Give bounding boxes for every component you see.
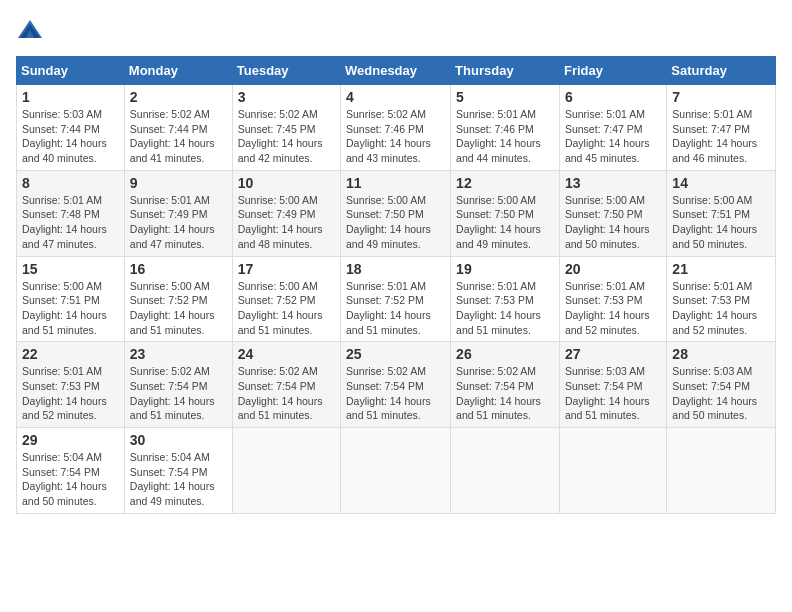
- day-info: Sunrise: 5:01 AM Sunset: 7:49 PM Dayligh…: [130, 193, 227, 252]
- logo-icon: [16, 16, 44, 44]
- weekday-header-thursday: Thursday: [451, 57, 560, 85]
- calendar-cell: 10 Sunrise: 5:00 AM Sunset: 7:49 PM Dayl…: [232, 170, 340, 256]
- day-number: 20: [565, 261, 661, 277]
- calendar-table: SundayMondayTuesdayWednesdayThursdayFrid…: [16, 56, 776, 514]
- weekday-header-friday: Friday: [559, 57, 666, 85]
- calendar-cell: 1 Sunrise: 5:03 AM Sunset: 7:44 PM Dayli…: [17, 85, 125, 171]
- day-info: Sunrise: 5:01 AM Sunset: 7:47 PM Dayligh…: [672, 107, 770, 166]
- day-number: 26: [456, 346, 554, 362]
- day-info: Sunrise: 5:00 AM Sunset: 7:49 PM Dayligh…: [238, 193, 335, 252]
- weekday-header-monday: Monday: [124, 57, 232, 85]
- day-number: 27: [565, 346, 661, 362]
- day-info: Sunrise: 5:01 AM Sunset: 7:52 PM Dayligh…: [346, 279, 445, 338]
- calendar-cell: 3 Sunrise: 5:02 AM Sunset: 7:45 PM Dayli…: [232, 85, 340, 171]
- day-number: 30: [130, 432, 227, 448]
- day-info: Sunrise: 5:00 AM Sunset: 7:50 PM Dayligh…: [346, 193, 445, 252]
- day-number: 29: [22, 432, 119, 448]
- calendar-cell: 22 Sunrise: 5:01 AM Sunset: 7:53 PM Dayl…: [17, 342, 125, 428]
- day-info: Sunrise: 5:00 AM Sunset: 7:52 PM Dayligh…: [238, 279, 335, 338]
- day-info: Sunrise: 5:04 AM Sunset: 7:54 PM Dayligh…: [130, 450, 227, 509]
- day-info: Sunrise: 5:02 AM Sunset: 7:54 PM Dayligh…: [456, 364, 554, 423]
- day-info: Sunrise: 5:00 AM Sunset: 7:52 PM Dayligh…: [130, 279, 227, 338]
- calendar-cell: 8 Sunrise: 5:01 AM Sunset: 7:48 PM Dayli…: [17, 170, 125, 256]
- day-info: Sunrise: 5:03 AM Sunset: 7:54 PM Dayligh…: [672, 364, 770, 423]
- calendar-cell: 17 Sunrise: 5:00 AM Sunset: 7:52 PM Dayl…: [232, 256, 340, 342]
- day-number: 22: [22, 346, 119, 362]
- day-info: Sunrise: 5:01 AM Sunset: 7:53 PM Dayligh…: [22, 364, 119, 423]
- day-number: 21: [672, 261, 770, 277]
- calendar-cell: [341, 428, 451, 514]
- calendar-cell: [559, 428, 666, 514]
- calendar-cell: 21 Sunrise: 5:01 AM Sunset: 7:53 PM Dayl…: [667, 256, 776, 342]
- day-info: Sunrise: 5:01 AM Sunset: 7:53 PM Dayligh…: [456, 279, 554, 338]
- day-info: Sunrise: 5:04 AM Sunset: 7:54 PM Dayligh…: [22, 450, 119, 509]
- day-number: 7: [672, 89, 770, 105]
- day-info: Sunrise: 5:01 AM Sunset: 7:53 PM Dayligh…: [672, 279, 770, 338]
- day-number: 12: [456, 175, 554, 191]
- day-info: Sunrise: 5:02 AM Sunset: 7:54 PM Dayligh…: [346, 364, 445, 423]
- calendar-cell: 15 Sunrise: 5:00 AM Sunset: 7:51 PM Dayl…: [17, 256, 125, 342]
- day-number: 17: [238, 261, 335, 277]
- day-info: Sunrise: 5:01 AM Sunset: 7:53 PM Dayligh…: [565, 279, 661, 338]
- calendar-cell: 2 Sunrise: 5:02 AM Sunset: 7:44 PM Dayli…: [124, 85, 232, 171]
- day-number: 6: [565, 89, 661, 105]
- day-info: Sunrise: 5:00 AM Sunset: 7:50 PM Dayligh…: [456, 193, 554, 252]
- calendar-cell: 11 Sunrise: 5:00 AM Sunset: 7:50 PM Dayl…: [341, 170, 451, 256]
- day-info: Sunrise: 5:00 AM Sunset: 7:50 PM Dayligh…: [565, 193, 661, 252]
- calendar-cell: [667, 428, 776, 514]
- day-number: 5: [456, 89, 554, 105]
- day-info: Sunrise: 5:01 AM Sunset: 7:46 PM Dayligh…: [456, 107, 554, 166]
- calendar-cell: 16 Sunrise: 5:00 AM Sunset: 7:52 PM Dayl…: [124, 256, 232, 342]
- day-info: Sunrise: 5:02 AM Sunset: 7:54 PM Dayligh…: [130, 364, 227, 423]
- day-number: 4: [346, 89, 445, 105]
- day-info: Sunrise: 5:00 AM Sunset: 7:51 PM Dayligh…: [672, 193, 770, 252]
- calendar-cell: 6 Sunrise: 5:01 AM Sunset: 7:47 PM Dayli…: [559, 85, 666, 171]
- calendar-cell: 13 Sunrise: 5:00 AM Sunset: 7:50 PM Dayl…: [559, 170, 666, 256]
- day-info: Sunrise: 5:02 AM Sunset: 7:44 PM Dayligh…: [130, 107, 227, 166]
- day-number: 24: [238, 346, 335, 362]
- day-number: 11: [346, 175, 445, 191]
- page-header: [16, 16, 776, 44]
- calendar-cell: 28 Sunrise: 5:03 AM Sunset: 7:54 PM Dayl…: [667, 342, 776, 428]
- calendar-cell: 29 Sunrise: 5:04 AM Sunset: 7:54 PM Dayl…: [17, 428, 125, 514]
- weekday-header-wednesday: Wednesday: [341, 57, 451, 85]
- weekday-header-saturday: Saturday: [667, 57, 776, 85]
- day-number: 18: [346, 261, 445, 277]
- day-number: 13: [565, 175, 661, 191]
- day-number: 25: [346, 346, 445, 362]
- day-info: Sunrise: 5:01 AM Sunset: 7:47 PM Dayligh…: [565, 107, 661, 166]
- weekday-header-tuesday: Tuesday: [232, 57, 340, 85]
- logo: [16, 16, 46, 44]
- day-number: 15: [22, 261, 119, 277]
- day-number: 14: [672, 175, 770, 191]
- day-info: Sunrise: 5:03 AM Sunset: 7:54 PM Dayligh…: [565, 364, 661, 423]
- day-info: Sunrise: 5:02 AM Sunset: 7:45 PM Dayligh…: [238, 107, 335, 166]
- day-number: 28: [672, 346, 770, 362]
- day-number: 3: [238, 89, 335, 105]
- day-number: 9: [130, 175, 227, 191]
- calendar-cell: [232, 428, 340, 514]
- calendar-cell: 20 Sunrise: 5:01 AM Sunset: 7:53 PM Dayl…: [559, 256, 666, 342]
- day-number: 10: [238, 175, 335, 191]
- day-number: 19: [456, 261, 554, 277]
- weekday-header-sunday: Sunday: [17, 57, 125, 85]
- calendar-cell: 24 Sunrise: 5:02 AM Sunset: 7:54 PM Dayl…: [232, 342, 340, 428]
- calendar-cell: 25 Sunrise: 5:02 AM Sunset: 7:54 PM Dayl…: [341, 342, 451, 428]
- calendar-cell: 26 Sunrise: 5:02 AM Sunset: 7:54 PM Dayl…: [451, 342, 560, 428]
- day-info: Sunrise: 5:03 AM Sunset: 7:44 PM Dayligh…: [22, 107, 119, 166]
- calendar-cell: 27 Sunrise: 5:03 AM Sunset: 7:54 PM Dayl…: [559, 342, 666, 428]
- day-info: Sunrise: 5:02 AM Sunset: 7:54 PM Dayligh…: [238, 364, 335, 423]
- day-info: Sunrise: 5:00 AM Sunset: 7:51 PM Dayligh…: [22, 279, 119, 338]
- day-number: 8: [22, 175, 119, 191]
- calendar-cell: 9 Sunrise: 5:01 AM Sunset: 7:49 PM Dayli…: [124, 170, 232, 256]
- calendar-cell: [451, 428, 560, 514]
- calendar-cell: 19 Sunrise: 5:01 AM Sunset: 7:53 PM Dayl…: [451, 256, 560, 342]
- calendar-cell: 30 Sunrise: 5:04 AM Sunset: 7:54 PM Dayl…: [124, 428, 232, 514]
- day-number: 1: [22, 89, 119, 105]
- day-info: Sunrise: 5:02 AM Sunset: 7:46 PM Dayligh…: [346, 107, 445, 166]
- calendar-cell: 23 Sunrise: 5:02 AM Sunset: 7:54 PM Dayl…: [124, 342, 232, 428]
- calendar-cell: 14 Sunrise: 5:00 AM Sunset: 7:51 PM Dayl…: [667, 170, 776, 256]
- calendar-cell: 7 Sunrise: 5:01 AM Sunset: 7:47 PM Dayli…: [667, 85, 776, 171]
- calendar-cell: 18 Sunrise: 5:01 AM Sunset: 7:52 PM Dayl…: [341, 256, 451, 342]
- calendar-cell: 5 Sunrise: 5:01 AM Sunset: 7:46 PM Dayli…: [451, 85, 560, 171]
